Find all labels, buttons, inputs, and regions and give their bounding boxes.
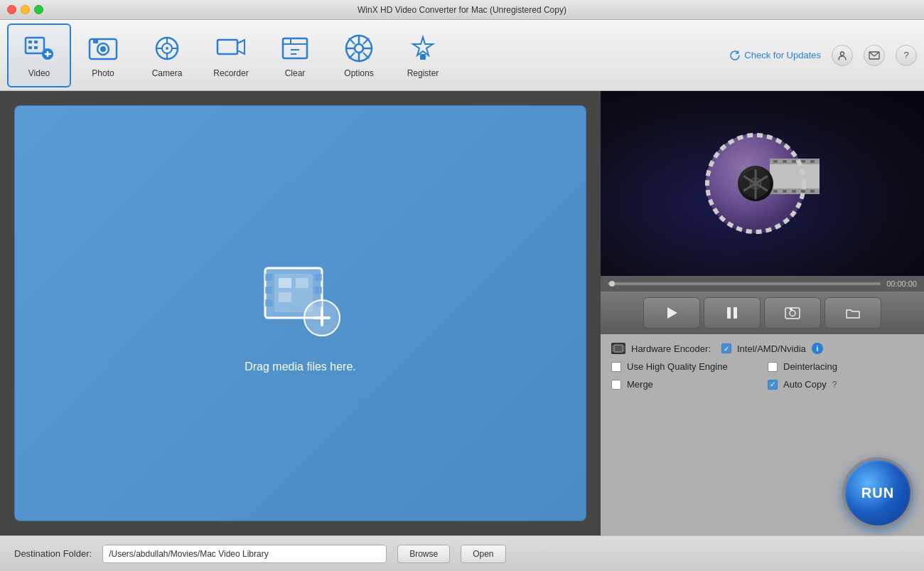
- auto-copy-checkbox[interactable]: ✓: [768, 380, 778, 390]
- run-button[interactable]: RUN: [842, 457, 913, 528]
- video-icon: [23, 33, 55, 64]
- right-panel: 00:00:00: [601, 91, 924, 535]
- svg-rect-62: [792, 190, 796, 193]
- svg-rect-58: [801, 160, 805, 163]
- destination-input[interactable]: [102, 545, 387, 563]
- photo-icon: [87, 33, 119, 64]
- hw-encoder-left: Hardware Encoder:: [611, 343, 711, 354]
- check-updates-link[interactable]: Check for Updates: [729, 50, 821, 61]
- account-button[interactable]: [832, 45, 853, 66]
- deinterlacing-checkbox[interactable]: [768, 362, 778, 372]
- merge-checkbox[interactable]: [611, 380, 621, 390]
- intel-amd-label: Intel/AMD/Nvidia: [737, 343, 806, 354]
- svg-rect-78: [614, 345, 623, 352]
- play-button[interactable]: [643, 297, 700, 329]
- svg-rect-39: [265, 287, 272, 294]
- svg-rect-45: [279, 278, 291, 288]
- deinterlacing-col: Deinterlacing: [768, 361, 913, 372]
- svg-point-12: [166, 47, 168, 50]
- help-icon: ?: [903, 50, 908, 60]
- mail-button[interactable]: [864, 45, 885, 66]
- folder-button[interactable]: [824, 297, 881, 329]
- svg-line-31: [363, 53, 369, 58]
- merge-label: Merge: [627, 379, 653, 390]
- refresh-icon: [729, 50, 741, 61]
- svg-rect-40: [265, 299, 272, 306]
- auto-copy-col: ✓ Auto Copy ?: [768, 379, 913, 390]
- svg-rect-63: [801, 190, 805, 193]
- hardware-encoder-row: Hardware Encoder: ✓ Intel/AMD/Nvidia i: [611, 343, 913, 354]
- camera-label: Camera: [152, 68, 183, 78]
- camera-icon: [151, 33, 183, 64]
- run-section: RUN: [601, 454, 924, 535]
- clear-icon: [279, 33, 311, 64]
- photo-label: Photo: [92, 68, 114, 78]
- svg-marker-72: [667, 307, 677, 319]
- hardware-icon: [611, 343, 625, 354]
- minimize-button[interactable]: [21, 5, 30, 14]
- deinterlacing-label: Deinterlacing: [783, 361, 837, 372]
- screenshot-button[interactable]: [764, 297, 821, 329]
- controls-bar: [601, 292, 924, 334]
- hardware-encoder-label: Hardware Encoder:: [631, 343, 711, 354]
- video-label: Video: [28, 68, 50, 78]
- svg-rect-60: [773, 190, 778, 193]
- merge-row: Merge ✓ Auto Copy ?: [611, 379, 913, 390]
- toolbar: Video Photo Camera: [0, 20, 924, 91]
- close-button[interactable]: [7, 5, 16, 14]
- high-quality-checkbox[interactable]: [611, 362, 621, 372]
- seek-thumb[interactable]: [609, 281, 615, 287]
- toolbar-options[interactable]: Options: [327, 23, 391, 87]
- high-quality-label: Use High Quality Engine: [627, 361, 728, 372]
- toolbar-recorder[interactable]: Recorder: [199, 23, 263, 87]
- svg-rect-1: [28, 41, 32, 43]
- film-reel-image: [699, 119, 827, 247]
- pause-button[interactable]: [704, 297, 761, 329]
- browse-button[interactable]: Browse: [397, 545, 450, 563]
- seek-bar[interactable]: [608, 282, 881, 285]
- clear-label: Clear: [285, 68, 306, 78]
- intel-amd-checkbox[interactable]: ✓: [721, 343, 731, 353]
- open-button[interactable]: Open: [461, 545, 505, 563]
- svg-rect-61: [783, 190, 787, 193]
- register-icon: [407, 33, 439, 64]
- svg-rect-47: [279, 292, 291, 302]
- svg-rect-42: [315, 287, 322, 294]
- svg-rect-64: [810, 190, 815, 193]
- drop-icon: [254, 254, 347, 346]
- auto-copy-help-icon[interactable]: ?: [832, 380, 837, 390]
- play-icon: [664, 305, 679, 321]
- svg-rect-59: [810, 160, 815, 163]
- screenshot-icon: [785, 305, 800, 321]
- recorder-icon: [215, 33, 247, 64]
- svg-point-25: [355, 44, 363, 53]
- hw-encoder-right: ✓ Intel/AMD/Nvidia i: [721, 343, 913, 354]
- window-controls[interactable]: [7, 5, 43, 14]
- help-button[interactable]: ?: [896, 45, 917, 66]
- toolbar-register[interactable]: Register: [391, 23, 455, 87]
- folder-icon: [845, 305, 861, 321]
- svg-rect-77: [790, 308, 793, 310]
- toolbar-clear[interactable]: Clear: [263, 23, 327, 87]
- toolbar-photo[interactable]: Photo: [71, 23, 135, 87]
- toolbar-camera[interactable]: Camera: [135, 23, 199, 87]
- recorder-label: Recorder: [213, 68, 248, 78]
- merge-col: Merge: [611, 379, 757, 390]
- account-icon: [837, 50, 848, 61]
- svg-rect-34: [420, 54, 426, 60]
- info-icon[interactable]: i: [812, 343, 823, 354]
- maximize-button[interactable]: [34, 5, 43, 14]
- toolbar-right: Check for Updates ?: [729, 45, 917, 66]
- pause-icon: [724, 305, 740, 321]
- left-panel: Drag media files here.: [0, 91, 601, 535]
- svg-point-35: [841, 52, 844, 55]
- quality-row: Use High Quality Engine Deinterlacing: [611, 361, 913, 372]
- main-content: Drag media files here.: [0, 91, 924, 535]
- title-bar: WinX HD Video Converter for Mac (Unregis…: [0, 0, 924, 20]
- svg-rect-56: [783, 160, 787, 163]
- toolbar-video[interactable]: Video: [7, 23, 71, 87]
- svg-rect-0: [26, 38, 44, 53]
- drop-area[interactable]: Drag media files here.: [14, 105, 586, 521]
- svg-line-30: [349, 38, 355, 43]
- svg-line-33: [349, 53, 355, 58]
